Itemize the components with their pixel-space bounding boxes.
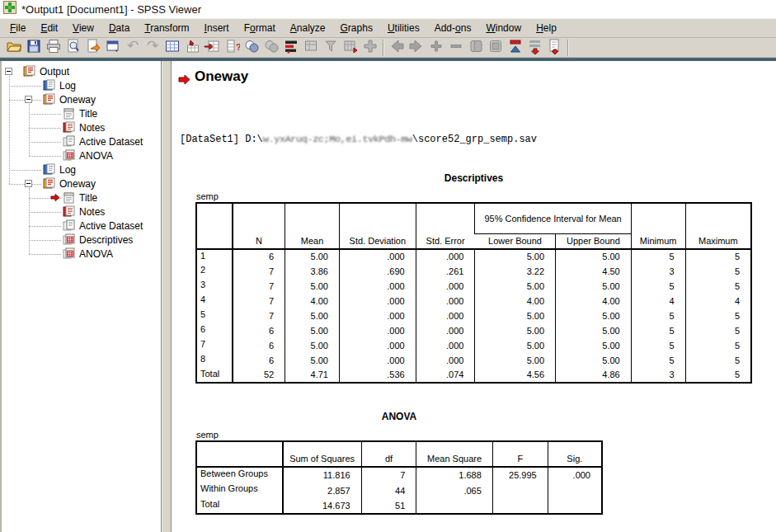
tree-item-notes[interactable]: Notes bbox=[2, 205, 161, 219]
collapse-button[interactable] bbox=[446, 39, 466, 57]
use-sets-button[interactable] bbox=[281, 39, 301, 57]
show-all-button[interactable] bbox=[466, 39, 486, 57]
book-orange-icon bbox=[43, 93, 55, 108]
data-grid-button[interactable] bbox=[162, 39, 182, 57]
tree-expander-minus[interactable] bbox=[25, 180, 32, 187]
menu-window[interactable]: Window bbox=[478, 20, 529, 36]
save-button[interactable] bbox=[24, 39, 44, 57]
insert-chart-button[interactable] bbox=[341, 39, 360, 57]
tree-item-log[interactable]: Log bbox=[2, 163, 161, 177]
tree-item-active-dataset[interactable]: Active Dataset bbox=[2, 135, 161, 149]
tree-expander-minus[interactable] bbox=[5, 68, 12, 75]
tree-item-anova[interactable]: ANOVA bbox=[2, 149, 161, 163]
menu-insert[interactable]: Insert bbox=[197, 20, 237, 36]
menu-help[interactable]: Help bbox=[529, 20, 564, 36]
menu-file[interactable]: File bbox=[2, 20, 33, 36]
demote-button[interactable] bbox=[525, 39, 545, 57]
tree-item-oneway[interactable]: Oneway bbox=[2, 93, 161, 107]
recall-dialog-button[interactable] bbox=[103, 39, 123, 57]
expand-button[interactable] bbox=[426, 39, 446, 57]
output-content-pane: Oneway [DataSet1] D:\w.yxAruq-zc;Mo,ei.t… bbox=[172, 61, 776, 532]
tree-item-title[interactable]: Title bbox=[2, 191, 161, 205]
tree-item-label: Oneway bbox=[59, 178, 96, 190]
table-cell: 3.22 bbox=[475, 264, 556, 279]
circles-disabled-button[interactable] bbox=[261, 39, 281, 57]
table-cell: 25.995 bbox=[492, 467, 548, 483]
menu-edit[interactable]: Edit bbox=[33, 20, 65, 36]
book-orange-icon bbox=[43, 177, 55, 192]
table-cell: 4 bbox=[685, 294, 751, 308]
variables-button[interactable]: ? bbox=[222, 39, 242, 57]
table-row-label: 6 bbox=[196, 323, 233, 338]
table-cell: 7 bbox=[233, 279, 285, 294]
recall-dialog-icon bbox=[105, 38, 121, 57]
descriptives-table[interactable]: NMeanStd. DeviationStd. Error95% Confide… bbox=[195, 204, 752, 384]
open-button[interactable] bbox=[4, 39, 24, 57]
book-blue-icon bbox=[43, 163, 55, 178]
insert-heading-button[interactable] bbox=[545, 39, 565, 57]
table-cell: 5 bbox=[685, 323, 751, 338]
select-circles-button[interactable] bbox=[242, 39, 261, 57]
outline-size-button[interactable] bbox=[486, 39, 506, 57]
show-all-icon bbox=[468, 38, 484, 57]
table-cell: 5 bbox=[685, 308, 751, 323]
anova-pivot-table[interactable]: Sum of SquaresdfMean SquareFSig.Between … bbox=[195, 442, 603, 515]
table-cell: .000 bbox=[339, 308, 416, 323]
output-heading[interactable]: Oneway bbox=[195, 68, 248, 85]
hide-results-button[interactable] bbox=[321, 39, 341, 57]
redo-button[interactable]: ↷ bbox=[143, 39, 162, 57]
tree-item-oneway[interactable]: Oneway bbox=[2, 177, 161, 191]
anova-title[interactable]: ANOVA bbox=[195, 411, 603, 422]
tree-item-active-dataset[interactable]: Active Dataset bbox=[2, 219, 161, 233]
menu-format[interactable]: Format bbox=[237, 20, 283, 36]
anova-table[interactable]: Sum of SquaresdfMean SquareFSig.Between … bbox=[195, 442, 603, 515]
table-row: Total524.71.536.0744.564.8635 bbox=[196, 368, 751, 383]
tree-item-log[interactable]: Log bbox=[2, 79, 161, 93]
table-cell: 4.86 bbox=[556, 368, 632, 383]
table-cell: 3 bbox=[631, 264, 685, 279]
print-preview-button[interactable] bbox=[63, 39, 83, 57]
panel-splitter[interactable] bbox=[162, 61, 172, 532]
tree-connector-stub bbox=[29, 114, 61, 115]
table-cell: .536 bbox=[339, 368, 416, 383]
goto-data-button[interactable] bbox=[182, 39, 202, 57]
table-cell: 5.00 bbox=[285, 323, 340, 338]
menu-utilities[interactable]: Utilities bbox=[380, 20, 427, 36]
column-header: Upper Bound bbox=[556, 233, 632, 249]
tree-item-output[interactable]: Output bbox=[2, 65, 161, 79]
tree-item-descriptives[interactable]: Descriptives bbox=[2, 233, 161, 247]
table-cell: 7 bbox=[361, 467, 416, 483]
undo-button[interactable]: ↶ bbox=[123, 39, 143, 57]
menu-analyze[interactable]: Analyze bbox=[283, 20, 333, 36]
table-cell: 5 bbox=[685, 264, 751, 279]
table-cell: 5 bbox=[631, 249, 685, 264]
tree-item-label: Log bbox=[59, 80, 76, 92]
tree-item-label: Title bbox=[79, 192, 97, 204]
descriptives-pivot-table[interactable]: NMeanStd. DeviationStd. Error95% Confide… bbox=[195, 204, 752, 384]
tree-item-notes[interactable]: Notes bbox=[2, 121, 161, 135]
menu-view[interactable]: View bbox=[65, 20, 101, 36]
menu-addons[interactable]: Add-ons bbox=[427, 20, 479, 36]
show-results-button[interactable] bbox=[301, 39, 321, 57]
menu-graphs[interactable]: Graphs bbox=[332, 20, 379, 36]
tree-expander-minus[interactable] bbox=[25, 96, 32, 103]
outline-tree-panel: OutputLogOnewayTitleNotesActive DatasetA… bbox=[0, 61, 162, 532]
nav-forward-button[interactable] bbox=[407, 39, 426, 57]
tree-item-title[interactable]: Title bbox=[2, 107, 161, 121]
tree-item-label: Title bbox=[79, 108, 97, 120]
export-button[interactable] bbox=[83, 39, 103, 57]
table-cell: 44 bbox=[361, 483, 416, 498]
descriptives-title[interactable]: Descriptives bbox=[195, 172, 752, 184]
menu-data[interactable]: Data bbox=[101, 20, 137, 36]
tree-item-anova[interactable]: ANOVA bbox=[2, 247, 161, 261]
goto-case-button[interactable] bbox=[202, 39, 222, 57]
dataset-path-line[interactable]: [DataSet1] D:\w.yxAruq-zc;Mo,ei.tvkPdh-m… bbox=[180, 134, 537, 145]
table-cell: 4.00 bbox=[285, 294, 340, 308]
menu-transform[interactable]: Transform bbox=[137, 20, 196, 36]
insert-object-button[interactable] bbox=[360, 39, 380, 57]
book-orange-icon bbox=[23, 65, 35, 80]
print-button[interactable] bbox=[44, 39, 63, 57]
nav-back-icon bbox=[388, 38, 405, 57]
nav-back-button[interactable] bbox=[387, 39, 407, 57]
promote-button[interactable] bbox=[506, 39, 525, 57]
